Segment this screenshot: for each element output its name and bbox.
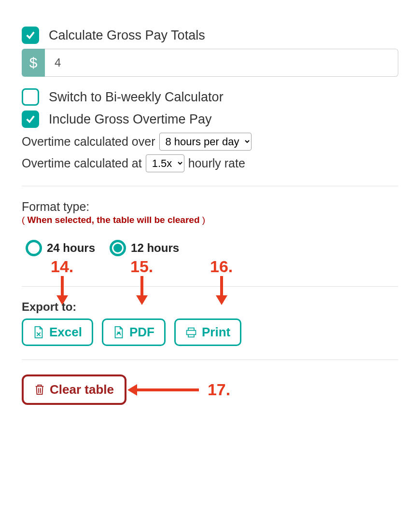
gross-pay-row: Calculate Gross Pay Totals xyxy=(22,27,398,44)
file-pdf-icon xyxy=(113,326,125,339)
overtime-over-row: Overtime calculated over 8 hours per day xyxy=(22,133,398,151)
overtime-at-label-post: hourly rate xyxy=(188,156,245,170)
include-ot-label: Include Gross Overtime Pay xyxy=(49,112,212,127)
rate-input-group: $ xyxy=(22,49,398,77)
divider-3 xyxy=(22,360,398,360)
radio-24-hours[interactable]: 24 hours xyxy=(26,240,95,256)
arrow-left-icon xyxy=(136,388,199,391)
export-pdf-button[interactable]: PDF xyxy=(102,318,166,346)
include-ot-checkbox[interactable] xyxy=(22,111,39,128)
radio-circle-icon xyxy=(110,240,126,256)
printer-icon xyxy=(185,326,197,339)
overtime-at-row: Overtime calculated at 1.5x hourly rate xyxy=(22,154,398,172)
biweekly-checkbox[interactable] xyxy=(22,88,39,106)
include-ot-row: Include Gross Overtime Pay xyxy=(22,111,398,128)
annotation-15: 15. xyxy=(130,257,153,276)
export-print-button[interactable]: Print xyxy=(174,318,241,346)
format-warning: ( When selected, the table will be clear… xyxy=(22,215,398,225)
clear-row: Clear table 17. xyxy=(22,374,398,405)
biweekly-label: Switch to Bi-weekly Calculator xyxy=(49,90,224,105)
gross-pay-label: Calculate Gross Pay Totals xyxy=(49,28,205,43)
divider-1 xyxy=(22,186,398,186)
radio-12-hours[interactable]: 12 hours xyxy=(110,240,179,256)
biweekly-row: Switch to Bi-weekly Calculator xyxy=(22,88,398,106)
overtime-at-select[interactable]: 1.5x xyxy=(146,154,184,172)
annotation-14: 14. xyxy=(51,257,73,276)
gross-pay-checkbox[interactable] xyxy=(22,27,39,44)
radio-circle-icon xyxy=(26,240,42,256)
overtime-over-label: Overtime calculated over xyxy=(22,135,155,149)
file-excel-icon xyxy=(33,326,44,339)
export-buttons: Excel PDF Print xyxy=(22,318,398,346)
annotation-16: 16. xyxy=(210,257,233,276)
annotation-17: 17. xyxy=(136,380,230,399)
rate-input[interactable] xyxy=(45,49,398,77)
export-excel-button[interactable]: Excel xyxy=(22,318,93,346)
radio-12-label: 12 hours xyxy=(131,241,179,255)
overtime-at-label-pre: Overtime calculated at xyxy=(22,156,142,170)
dollar-icon: $ xyxy=(22,49,45,77)
overtime-over-select[interactable]: 8 hours per day xyxy=(159,133,252,151)
trash-icon xyxy=(34,384,45,396)
annotations-row: 14. 15. 16. xyxy=(22,257,398,305)
radio-24-label: 24 hours xyxy=(47,241,95,255)
format-radios: 24 hours 12 hours xyxy=(26,240,398,256)
format-title: Format type: xyxy=(22,200,398,214)
clear-table-button[interactable]: Clear table xyxy=(22,374,126,405)
